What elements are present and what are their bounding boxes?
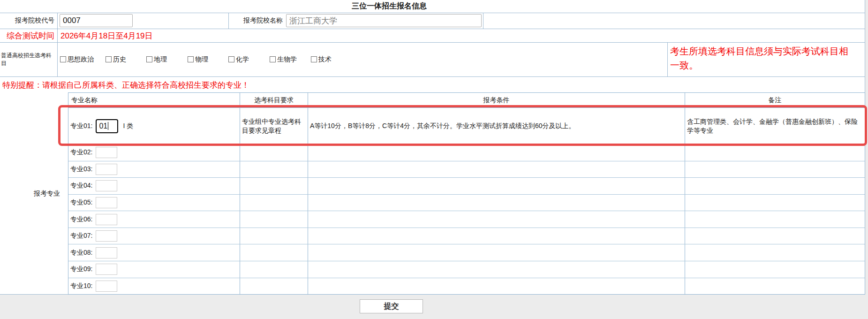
major-name-cell: 专业02: <box>68 144 240 161</box>
condition-cell <box>308 161 685 178</box>
table-row-major-02: 专业02: <box>68 144 865 161</box>
major-row-label: 专业02: <box>70 148 92 157</box>
remark-cell <box>685 161 865 178</box>
major-name-cell: 专业07: <box>68 228 240 244</box>
submit-button[interactable]: 提交 <box>360 299 423 313</box>
subject-req-cell <box>240 144 308 161</box>
major-10-input[interactable] <box>96 281 117 292</box>
condition-cell <box>308 278 685 295</box>
subject-req-cell <box>240 211 308 228</box>
major-02-input[interactable] <box>96 147 117 158</box>
major-name-cell: 专业01: 01 I 类 <box>68 108 240 144</box>
condition-cell <box>308 195 685 211</box>
subject-req-cell <box>240 228 308 244</box>
subjects-label: 普通高校招生选考科目 <box>1 42 56 76</box>
checkbox-dili[interactable] <box>146 56 152 62</box>
checkbox-label: 化学 <box>236 55 249 64</box>
major-row-label: 专业06: <box>70 215 92 224</box>
subject-req-cell <box>240 161 308 178</box>
checkbox-label: 地理 <box>154 55 167 64</box>
remark-cell <box>685 228 865 244</box>
subjects-warning-note: 考生所填选考科目信息须与实际考试科目相一致。 <box>667 42 865 76</box>
school-name-input[interactable]: 浙江工商大学 <box>286 14 482 27</box>
table-row-major-07: 专业07: <box>68 228 865 245</box>
major-05-input[interactable] <box>96 197 117 208</box>
remark-cell <box>685 244 865 261</box>
reminder-text: 特别提醒：请根据自己所属科类、正确选择符合高校招生要求的专业！ <box>2 80 249 91</box>
major-06-input[interactable] <box>96 214 117 225</box>
major-name-cell: 专业03: <box>68 161 240 178</box>
checkbox-huaxue[interactable] <box>228 56 234 62</box>
test-time-label: 综合测试时间 <box>0 30 54 41</box>
school-code-input[interactable]: 0007 <box>60 14 133 27</box>
subject-option: 生物学 <box>270 55 297 64</box>
checkbox-label: 思想政治 <box>68 55 94 64</box>
subject-option: 地理 <box>146 55 167 64</box>
major-08-input[interactable] <box>96 247 117 258</box>
remark-cell <box>685 195 865 211</box>
table-row-major-06: 专业06: <box>68 211 865 228</box>
subject-req-text: 专业组中专业选考科目要求见章程 <box>242 117 306 135</box>
condition-cell <box>308 144 685 161</box>
major-01-input[interactable]: 01 <box>96 119 118 133</box>
major-07-input[interactable] <box>96 230 117 242</box>
remark-text: 含工商管理类、会计学、金融学（普惠金融创新班）、保险学等专业 <box>687 117 863 135</box>
label-column-divider <box>57 13 58 76</box>
cell-divider <box>483 13 483 29</box>
major-name-cell: 专业09: <box>68 261 240 278</box>
majors-table: 专业名称 选考科目要求 报考条件 备注 专业01: 01 I 类 专业组中专业选… <box>68 92 865 295</box>
remark-cell <box>685 278 865 295</box>
header-major-name: 专业名称 <box>68 93 240 107</box>
table-row-major-03: 专业03: <box>68 161 865 178</box>
major-row-label: 专业07: <box>70 232 92 240</box>
major-03-input[interactable] <box>96 164 117 175</box>
test-time-value: 2026年4月18日至4月19日 <box>60 30 153 41</box>
checkbox-lishi[interactable] <box>106 56 112 62</box>
checkbox-label: 历史 <box>113 55 126 64</box>
checkbox-label: 技术 <box>318 55 332 64</box>
checkbox-wuli[interactable] <box>188 56 194 62</box>
school-code-label: 报考院校代号 <box>0 16 54 25</box>
subject-req-cell <box>240 278 308 295</box>
checkbox-sixiangzhengzhi[interactable] <box>60 56 66 62</box>
registration-page: 三位一体招生报名信息 报考院校代号 0007 报考院校名称 浙江工商大学 综合测… <box>0 0 868 319</box>
condition-cell <box>308 244 685 261</box>
remark-cell <box>685 144 865 161</box>
major-row-label: 专业08: <box>70 249 92 257</box>
school-code-value: 0007 <box>63 16 81 25</box>
table-row-major-09: 专业09: <box>68 261 865 278</box>
major-row-label: 专业09: <box>70 265 92 273</box>
remark-cell <box>685 211 865 228</box>
reminder-row: 特别提醒：请根据自己所属科类、正确选择符合高校招生要求的专业！ <box>0 76 865 92</box>
text-caret <box>108 122 108 130</box>
checkbox-jishu[interactable] <box>311 56 317 62</box>
remark-cell <box>685 261 865 278</box>
major-name-cell: 专业04: <box>68 178 240 194</box>
major-01-value: 01 <box>99 122 107 130</box>
table-row-major-01: 专业01: 01 I 类 专业组中专业选考科目要求见章程 A等计10分，B等计8… <box>68 108 865 144</box>
table-row-major-05: 专业05: <box>68 195 865 212</box>
major-name-cell: 专业06: <box>68 211 240 228</box>
major-row-label: 专业01: <box>70 122 92 130</box>
major-name-cell: 专业10: <box>68 278 240 295</box>
condition-cell <box>308 178 685 194</box>
checkbox-shengwuxue[interactable] <box>270 56 276 62</box>
major-name-cell: 专业08: <box>68 244 240 261</box>
major-name-cell: 专业05: <box>68 195 240 211</box>
checkbox-label: 生物学 <box>277 55 297 64</box>
footer: 提交 <box>0 295 868 319</box>
major-row-label: 专业10: <box>70 282 92 290</box>
subject-option: 思想政治 <box>60 55 94 64</box>
header-condition: 报考条件 <box>308 93 685 107</box>
table-row-major-04: 专业04: <box>68 178 865 195</box>
subject-req-cell <box>240 244 308 261</box>
major-04-input[interactable] <box>96 180 117 191</box>
subject-req-cell <box>240 195 308 211</box>
table-row-major-10: 专业10: <box>68 278 865 295</box>
page-title: 三位一体招生报名信息 <box>0 0 778 13</box>
school-name-label: 报考院校名称 <box>228 16 283 25</box>
condition-cell <box>308 211 685 228</box>
major-row-label: 专业04: <box>70 182 92 190</box>
major-category: I 类 <box>123 122 133 130</box>
major-09-input[interactable] <box>96 264 117 275</box>
